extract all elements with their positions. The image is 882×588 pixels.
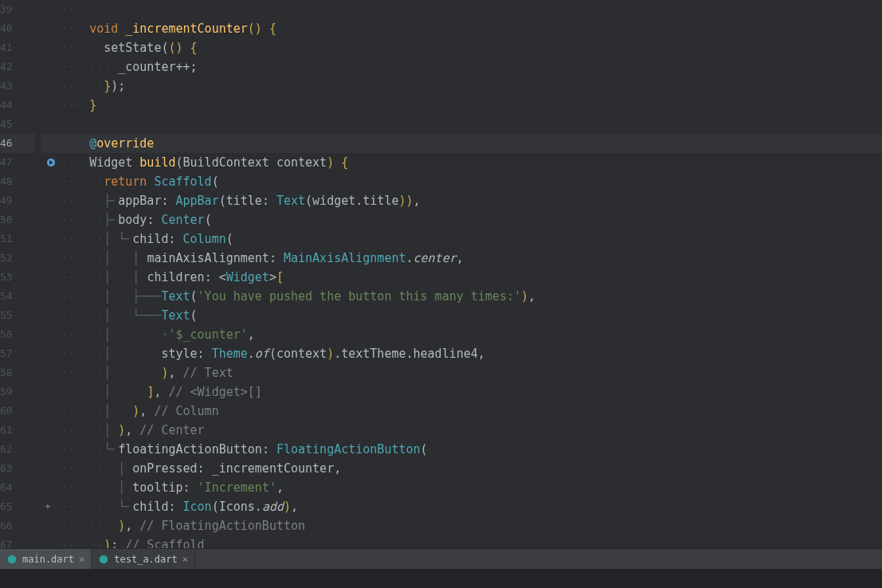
line-number-gutter[interactable]: 3940414243444546474849505152535455565758… — [0, 0, 41, 548]
line-number[interactable]: 65 — [0, 497, 35, 516]
line-number[interactable]: 53 — [0, 268, 35, 287]
status-area — [0, 569, 882, 588]
dart-file-icon — [98, 554, 109, 565]
line-number[interactable]: 66 — [0, 516, 35, 535]
gutter-mark-cell — [41, 402, 61, 421]
line-number[interactable]: 43 — [0, 76, 35, 96]
gutter-mark-cell — [41, 172, 61, 191]
code-line[interactable]: ······├╴body: Center( — [61, 210, 882, 229]
code-line[interactable]: ······ └╴child: Icon(Icons.add), — [61, 497, 882, 516]
gutter-mark-cell — [41, 38, 61, 57]
gutter-mark-cell — [41, 19, 61, 38]
editor-tab[interactable]: test_a.dart× — [92, 549, 195, 569]
line-number[interactable]: 51 — [0, 229, 35, 249]
code-line[interactable]: ······│ └───Text( — [61, 306, 882, 325]
line-number[interactable]: 42 — [0, 57, 35, 76]
code-line[interactable]: ······│ ), // Center — [61, 421, 882, 440]
code-line[interactable]: ······├╴appBar: AppBar(title: Text(widge… — [61, 191, 882, 210]
gutter-mark-cell — [41, 115, 61, 134]
dart-file-icon — [6, 554, 18, 565]
line-number[interactable]: 67 — [0, 535, 35, 555]
line-number[interactable]: 64 — [0, 478, 35, 497]
editor-tab-bar[interactable]: main.dart×test_a.dart× — [0, 548, 882, 569]
code-line[interactable]: ······ │ onPressed: _incrementCounter, — [61, 459, 882, 478]
code-editor[interactable]: 3940414243444546474849505152535455565758… — [0, 0, 882, 548]
code-line[interactable]: ······ ), // FloatingActionButton — [61, 516, 882, 535]
line-number[interactable]: 61 — [0, 421, 35, 440]
code-line[interactable]: ······│ │ mainAxisAlignment: MainAxisAli… — [61, 249, 882, 268]
code-line[interactable]: ······│ │ children: <Widget>[ — [61, 268, 882, 287]
line-number[interactable]: 40 — [0, 19, 35, 38]
line-number[interactable]: 39 — [0, 0, 35, 19]
gutter-mark-cell — [41, 478, 61, 497]
gutter-mark-cell — [41, 287, 61, 306]
gutter-mark-cell — [41, 153, 61, 172]
line-number[interactable]: 49 — [0, 191, 35, 210]
gutter-mark-cell — [41, 535, 61, 555]
code-line[interactable]: ······); // Scaffold — [61, 535, 882, 548]
code-line[interactable]: ······└╴floatingActionButton: FloatingAc… — [61, 440, 882, 459]
line-number[interactable]: 52 — [0, 249, 35, 268]
code-line[interactable]: ····} — [61, 96, 882, 115]
code-line[interactable]: ······│ ·'$_counter', — [61, 325, 882, 344]
line-number[interactable]: 55 — [0, 306, 35, 325]
gutter-mark-cell — [41, 382, 61, 402]
line-number[interactable]: 47 — [0, 153, 35, 172]
gutter-mark-cell — [41, 134, 61, 153]
gutter-mark-cell — [41, 516, 61, 535]
code-line[interactable]: ······│ ├───Text('You have pushed the bu… — [61, 287, 882, 306]
svg-point-2 — [100, 555, 108, 563]
line-number[interactable]: 60 — [0, 402, 35, 421]
code-line[interactable]: ······setState(() { — [61, 38, 882, 57]
gutter-mark-cell — [41, 421, 61, 440]
close-icon[interactable]: × — [182, 554, 188, 565]
gutter-mark-cell — [41, 459, 61, 478]
gutter-mark-cell — [41, 191, 61, 210]
line-number[interactable]: 46 — [0, 134, 35, 153]
code-line[interactable]: ······return Scaffold( — [61, 172, 882, 191]
gutter-mark-cell — [41, 306, 61, 325]
gutter-mark-cell — [41, 57, 61, 76]
line-number[interactable]: 41 — [0, 38, 35, 57]
code-line[interactable]: ······}); — [61, 76, 882, 96]
gutter-mark-cell — [41, 325, 61, 344]
gutter-mark-cell — [41, 363, 61, 382]
tab-label: main.dart — [22, 554, 74, 565]
code-line[interactable] — [61, 115, 882, 134]
code-line[interactable]: ········_counter++; — [61, 57, 882, 76]
gutter-mark-cell — [41, 210, 61, 229]
flutter-run-icon[interactable] — [45, 156, 57, 169]
line-number[interactable]: 48 — [0, 172, 35, 191]
gutter-mark-cell — [41, 249, 61, 268]
line-number[interactable]: 54 — [0, 287, 35, 306]
line-number[interactable]: 58 — [0, 363, 35, 382]
code-area[interactable]: ········void _incrementCounter() {······… — [61, 0, 882, 548]
code-line[interactable]: ······│ ), // Text — [61, 363, 882, 382]
tab-label: test_a.dart — [114, 554, 177, 565]
line-number[interactable]: 63 — [0, 459, 35, 478]
line-number[interactable]: 45 — [0, 115, 35, 134]
line-number[interactable]: 56 — [0, 325, 35, 344]
code-line[interactable]: ····@override — [61, 134, 882, 153]
gutter-mark-cell — [41, 268, 61, 287]
code-line[interactable]: ······│ ], // <Widget>[] — [61, 382, 882, 402]
gutter-mark-cell — [41, 76, 61, 96]
code-line[interactable]: ······│ ), // Column — [61, 402, 882, 421]
line-number[interactable]: 44 — [0, 96, 35, 115]
close-icon[interactable]: × — [79, 554, 84, 565]
gutter-mark-cell — [41, 440, 61, 459]
line-number[interactable]: 50 — [0, 210, 35, 229]
gutter-marks-column[interactable]: + — [41, 0, 61, 548]
code-line[interactable]: ····void _incrementCounter() { — [61, 19, 882, 38]
code-line[interactable]: ······│ └╴child: Column( — [61, 229, 882, 249]
code-line[interactable]: ······ │ tooltip: 'Increment', — [61, 478, 882, 497]
gutter-mark-cell — [41, 344, 61, 363]
line-number[interactable]: 62 — [0, 440, 35, 459]
code-line[interactable]: ····Widget build(BuildContext context) { — [61, 153, 882, 172]
add-gutter-icon[interactable]: + — [45, 502, 54, 512]
line-number[interactable]: 59 — [0, 382, 35, 402]
gutter-mark-cell — [41, 96, 61, 115]
code-line[interactable]: ···· — [61, 0, 882, 19]
code-line[interactable]: ······│ style: Theme.of(context).textThe… — [61, 344, 882, 363]
line-number[interactable]: 57 — [0, 344, 35, 363]
